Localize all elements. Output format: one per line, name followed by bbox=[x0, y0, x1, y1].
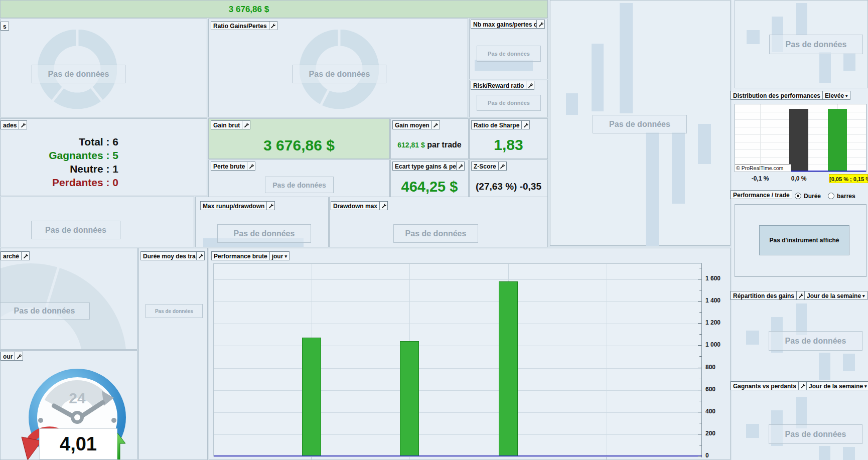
wrench-icon[interactable] bbox=[247, 162, 255, 171]
panel-ratio-gains-pertes: Ratio Gains/Pertes Pas de données bbox=[208, 19, 468, 117]
wrench-icon[interactable] bbox=[269, 21, 277, 30]
wrench-icon[interactable] bbox=[21, 251, 30, 260]
distribution-bar bbox=[828, 109, 847, 171]
wrench-icon[interactable] bbox=[796, 291, 805, 300]
panel-max-runup-drawdown: Max runup/drawdown Pas de données bbox=[195, 197, 329, 247]
period-dropdown[interactable]: jour bbox=[269, 251, 290, 260]
performance-bar bbox=[400, 341, 419, 456]
no-data-box: Pas de données bbox=[769, 331, 862, 351]
distribution-selector-dropdown[interactable]: Elevée bbox=[822, 91, 850, 100]
panel-title: Performance / trade bbox=[731, 190, 792, 199]
panel-title: Ecart type gains & per... bbox=[392, 162, 457, 171]
gain-brut-value: 3 676,86 $ bbox=[209, 137, 389, 154]
z-score-value: (27,63 %) -0,35 bbox=[470, 181, 547, 192]
no-data-box: Pas de données bbox=[31, 221, 120, 239]
panel-title: Gain brut bbox=[211, 120, 242, 129]
no-data-box: Pas de données bbox=[217, 224, 311, 243]
panel-title: Performance brute bbox=[211, 251, 270, 260]
stat-gagnantes: Gagnantes : 5 bbox=[1, 148, 118, 162]
panel-title: Max runup/drawdown bbox=[200, 201, 267, 210]
panel-title: Répartition des gains bbox=[731, 291, 797, 300]
panel-mid-placeholder: Pas de données bbox=[550, 0, 731, 246]
panel-title-fragment: arché bbox=[1, 251, 22, 260]
performance-bar bbox=[499, 281, 518, 456]
no-data-box: Pas de données bbox=[769, 35, 863, 54]
wrench-icon[interactable] bbox=[798, 381, 807, 390]
ecart-type-value: 464,25 $ bbox=[391, 179, 468, 195]
no-data-box: Pas de données bbox=[593, 115, 687, 133]
y-axis-tick-label: 1 200 bbox=[705, 319, 720, 326]
panel-drawdown-max: Drawdown max Pas de données bbox=[329, 197, 548, 247]
y-axis-tick-label: 1 000 bbox=[705, 341, 720, 348]
panel-trades-stats: ades Total : 6 Gagnantes : 5 Neutre : 1 … bbox=[0, 118, 207, 196]
panel-row1-left: s Pas de données bbox=[0, 19, 207, 117]
no-data-box: Pas de données bbox=[293, 65, 386, 83]
radio-barres-label[interactable]: barres bbox=[837, 193, 855, 200]
panel-duree-jour: our 24 4,01 bbox=[0, 350, 137, 460]
panel-title: Durée moy des tra... bbox=[140, 251, 197, 260]
panel-gain-moyen: Gain moyen 612,81 $ par trade bbox=[390, 118, 469, 159]
wrench-icon[interactable] bbox=[431, 120, 440, 129]
panel-title-fragment: s bbox=[1, 22, 9, 31]
wrench-icon[interactable] bbox=[242, 120, 250, 129]
panel-performance-brute: Performance brute jour 02004006008001 00… bbox=[209, 248, 731, 460]
panel-instrument: Pas d'instrument affiché bbox=[735, 204, 866, 277]
wrench-icon[interactable] bbox=[526, 81, 534, 90]
no-data-box: Pas de données bbox=[477, 95, 541, 111]
panel-gain-brut: Gain brut 3 676,86 $ bbox=[208, 118, 390, 159]
y-axis-tick-label: 200 bbox=[705, 430, 715, 437]
gagnants-selector-dropdown[interactable]: Jour de la semaine bbox=[806, 381, 868, 390]
wrench-icon[interactable] bbox=[266, 201, 275, 210]
wrench-icon[interactable] bbox=[536, 20, 545, 29]
panel-title: Perte brute bbox=[211, 162, 247, 171]
panel-marche: arché Pas de données bbox=[0, 248, 137, 350]
gagnants-header: Gagnants vs perdants Jour de la semaine bbox=[731, 381, 868, 390]
stat-total: Total : 6 bbox=[1, 135, 118, 148]
panel-title: Gagnants vs perdants bbox=[731, 381, 799, 390]
wrench-icon[interactable] bbox=[379, 201, 388, 210]
radio-duree[interactable] bbox=[795, 193, 801, 199]
distribution-plot: © ProRealTime.com bbox=[735, 104, 866, 172]
wrench-icon[interactable] bbox=[498, 162, 507, 171]
wrench-icon[interactable] bbox=[196, 251, 205, 260]
y-axis-tick-label: 400 bbox=[705, 408, 715, 415]
wrench-icon[interactable] bbox=[521, 120, 530, 129]
y-axis-tick-label: 1 400 bbox=[705, 297, 720, 304]
sharpe-value: 1,83 bbox=[470, 136, 547, 154]
panel-title: Drawdown max bbox=[331, 201, 380, 210]
clock-value: 4,01 bbox=[60, 433, 97, 455]
panel-perte-brute: Perte brute Pas de données bbox=[208, 160, 390, 199]
panel-title: Ratio Gains/Pertes bbox=[211, 21, 269, 30]
radio-barres[interactable] bbox=[828, 193, 834, 199]
panel-nb-max-gains-pertes: Nb max gains/pertes c... Pas de données bbox=[469, 19, 548, 79]
dist-x-label-0: -0,1 % bbox=[746, 175, 775, 182]
panel-ecart-type: Ecart type gains & per... 464,25 $ bbox=[390, 160, 469, 199]
zero-line bbox=[214, 455, 702, 456]
performance-trade-row: Performance / trade bbox=[731, 190, 792, 199]
dist-x-label-1: 0,0 % bbox=[784, 175, 813, 182]
copyright-label: © ProRealTime.com bbox=[735, 164, 791, 172]
no-data-box: Pas de données bbox=[265, 177, 334, 193]
no-data-box: Pas de données bbox=[393, 224, 478, 243]
performance-bar bbox=[302, 338, 321, 456]
clock-value-box: 4,01 bbox=[39, 428, 117, 459]
performance-plot bbox=[213, 263, 702, 456]
wrench-icon[interactable] bbox=[15, 352, 23, 361]
radio-duree-label[interactable]: Durée bbox=[804, 193, 821, 200]
y-axis-tick-label: 1 600 bbox=[705, 275, 720, 282]
repartition-selector-dropdown[interactable]: Jour de la semaine bbox=[804, 291, 867, 300]
no-data-box: Pas de données bbox=[0, 302, 90, 320]
stat-neutre: Neutre : 1 bbox=[1, 162, 118, 176]
y-axis-tick-label: 800 bbox=[705, 364, 715, 371]
gain-moyen-suffix: par trade bbox=[427, 140, 461, 149]
panel-duree-moy: Durée moy des tra... Pas de données bbox=[138, 248, 208, 460]
no-data-box: Pas de données bbox=[769, 424, 862, 444]
wrench-icon[interactable] bbox=[19, 120, 27, 129]
no-instrument-button[interactable]: Pas d'instrument affiché bbox=[759, 225, 849, 255]
panel-right-top: Pas de données bbox=[735, 0, 868, 88]
panel-distribution: Distribution des performances Elevée © P… bbox=[735, 90, 868, 189]
panel-title: Ratio de Sharpe bbox=[471, 120, 522, 129]
total-gain-banner: 3 676,86 $ bbox=[0, 0, 548, 18]
wrench-icon[interactable] bbox=[456, 162, 465, 171]
total-gain-value: 3 676,86 $ bbox=[1, 1, 497, 19]
